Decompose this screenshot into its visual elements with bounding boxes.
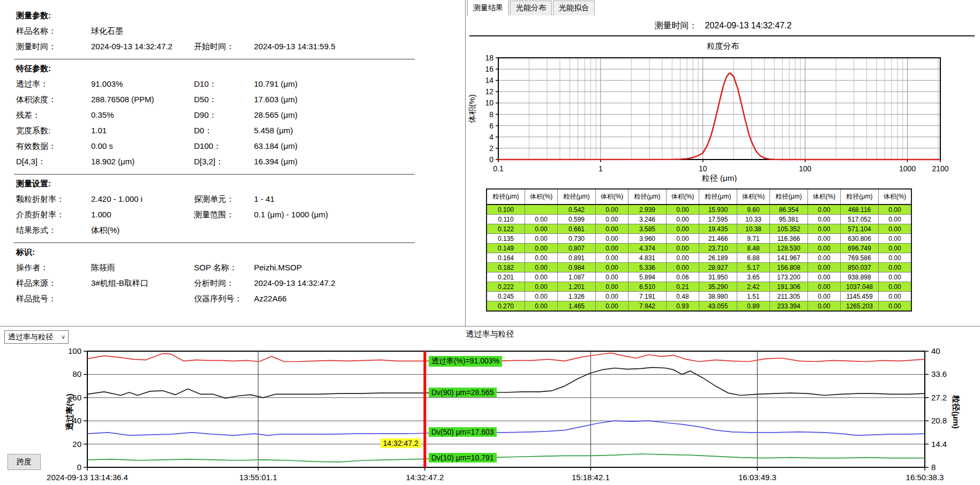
table-cell[interactable]: 0.222 — [487, 282, 525, 292]
table-cell[interactable]: 191.306 — [770, 282, 808, 292]
table-cell[interactable]: 1.465 — [558, 301, 596, 312]
table-cell[interactable]: 938.898 — [841, 272, 879, 282]
table-cell[interactable]: 0.00 — [808, 272, 841, 282]
table-cell[interactable]: 8.48 — [737, 244, 770, 253]
table-cell[interactable]: 1.201 — [558, 282, 596, 292]
table-cell[interactable]: 0.182 — [487, 263, 525, 272]
table-cell[interactable]: 0.93 — [667, 301, 699, 312]
table-cell[interactable]: 0.00 — [525, 263, 558, 272]
table-cell[interactable]: 10.38 — [737, 224, 770, 234]
table-cell[interactable]: 0.00 — [596, 224, 629, 234]
table-cell[interactable]: 0.984 — [558, 263, 596, 272]
table-cell[interactable]: 0.00 — [808, 215, 841, 224]
table-cell[interactable]: 0.00 — [879, 224, 912, 234]
table-cell[interactable]: 0.00 — [596, 282, 629, 292]
table-cell[interactable]: 0.00 — [596, 292, 629, 301]
table-cell[interactable]: 0.00 — [808, 263, 841, 272]
table-cell[interactable]: 3.960 — [629, 234, 667, 244]
table-cell[interactable]: 7.942 — [629, 301, 667, 312]
table-cell[interactable]: 1.087 — [558, 272, 596, 282]
table-cell[interactable]: 4.831 — [629, 253, 667, 263]
selected-cell[interactable]: 0.100 — [487, 204, 525, 215]
table-cell[interactable]: 28.927 — [699, 263, 737, 272]
table-cell[interactable]: 0.149 — [487, 244, 525, 253]
table-cell[interactable]: 0.00 — [596, 234, 629, 244]
table-cell[interactable]: 0.00 — [596, 215, 629, 224]
table-cell[interactable]: 0.00 — [596, 244, 629, 253]
table-cell[interactable]: 1.326 — [558, 292, 596, 301]
table-cell[interactable]: 630.806 — [841, 234, 879, 244]
table-cell[interactable]: 5.17 — [737, 263, 770, 272]
table-cell[interactable]: 0.00 — [879, 215, 912, 224]
table-cell[interactable]: 769.586 — [841, 253, 879, 263]
table-cell[interactable]: 0.00 — [879, 301, 912, 312]
table-cell[interactable]: 0.06 — [667, 272, 699, 282]
table-cell[interactable]: 5.894 — [629, 272, 667, 282]
table-cell[interactable]: 0.00 — [879, 292, 912, 301]
table-cell[interactable]: 0.00 — [667, 204, 699, 215]
table-cell[interactable]: 9.71 — [737, 234, 770, 244]
table-cell[interactable]: 0.21 — [667, 282, 699, 292]
table-cell[interactable]: 0.00 — [879, 244, 912, 253]
table-cell[interactable]: 0.00 — [596, 301, 629, 312]
table-cell[interactable]: 0.599 — [558, 215, 596, 224]
table-cell[interactable]: 0.00 — [596, 272, 629, 282]
table-cell[interactable]: 1.51 — [737, 292, 770, 301]
table-cell[interactable]: 0.00 — [667, 215, 699, 224]
table-cell[interactable] — [525, 204, 558, 215]
table-cell[interactable]: 0.48 — [667, 292, 699, 301]
table-cell[interactable]: 0.661 — [558, 224, 596, 234]
table-cell[interactable]: 0.00 — [525, 253, 558, 263]
table-cell[interactable]: 571.104 — [841, 224, 879, 234]
table-cell[interactable]: 0.730 — [558, 234, 596, 244]
table-cell[interactable]: 0.00 — [596, 204, 629, 215]
table-cell[interactable]: 0.245 — [487, 292, 525, 301]
table-cell[interactable]: 0.00 — [879, 263, 912, 272]
table-cell[interactable]: 468.116 — [841, 204, 879, 215]
table-cell[interactable]: 128.530 — [770, 244, 808, 253]
table-cell[interactable]: 1145.459 — [841, 292, 879, 301]
table-cell[interactable]: 0.00 — [525, 234, 558, 244]
table-cell[interactable]: 6.88 — [737, 253, 770, 263]
table-cell[interactable]: 0.00 — [596, 253, 629, 263]
tab-light-distribution[interactable]: 光能分布 — [510, 1, 552, 16]
table-cell[interactable]: 0.00 — [667, 234, 699, 244]
table-cell[interactable]: 9.60 — [737, 204, 770, 215]
table-cell[interactable]: 0.89 — [737, 301, 770, 312]
table-cell[interactable]: 86.354 — [770, 204, 808, 215]
table-cell[interactable]: 0.00 — [808, 224, 841, 234]
table-cell[interactable]: 3.65 — [737, 272, 770, 282]
table-cell[interactable]: 1037.048 — [841, 282, 879, 292]
table-cell[interactable]: 0.00 — [879, 253, 912, 263]
table-cell[interactable]: 35.290 — [699, 282, 737, 292]
table-cell[interactable]: 38.980 — [699, 292, 737, 301]
table-cell[interactable]: 0.164 — [487, 253, 525, 263]
table-cell[interactable]: 233.394 — [770, 301, 808, 312]
table-cell[interactable]: 0.00 — [596, 263, 629, 272]
table-cell[interactable]: 0.00 — [667, 224, 699, 234]
table-cell[interactable]: 0.270 — [487, 301, 525, 312]
table-cell[interactable]: 26.189 — [699, 253, 737, 263]
table-cell[interactable]: 0.00 — [808, 204, 841, 215]
table-cell[interactable]: 850.037 — [841, 263, 879, 272]
table-cell[interactable]: 17.595 — [699, 215, 737, 224]
table-cell[interactable]: 0.00 — [667, 253, 699, 263]
table-cell[interactable]: 5.336 — [629, 263, 667, 272]
table-cell[interactable]: 7.191 — [629, 292, 667, 301]
table-cell[interactable]: 0.201 — [487, 272, 525, 282]
span-button[interactable]: 跨度 — [8, 454, 41, 470]
table-cell[interactable]: 0.542 — [558, 204, 596, 215]
table-cell[interactable]: 141.967 — [770, 253, 808, 263]
table-cell[interactable]: 43.055 — [699, 301, 737, 312]
table-cell[interactable]: 116.366 — [770, 234, 808, 244]
table-cell[interactable]: 0.00 — [525, 244, 558, 253]
table-cell[interactable]: 3.246 — [629, 215, 667, 224]
table-cell[interactable]: 0.00 — [808, 234, 841, 244]
table-cell[interactable]: 19.435 — [699, 224, 737, 234]
table-cell[interactable]: 1265.203 — [841, 301, 879, 312]
table-cell[interactable]: 3.585 — [629, 224, 667, 234]
trend-type-select[interactable]: 透过率与粒径 ∨ — [4, 330, 69, 344]
table-cell[interactable]: 696.749 — [841, 244, 879, 253]
table-cell[interactable]: 0.00 — [525, 215, 558, 224]
table-cell[interactable]: 0.00 — [525, 272, 558, 282]
